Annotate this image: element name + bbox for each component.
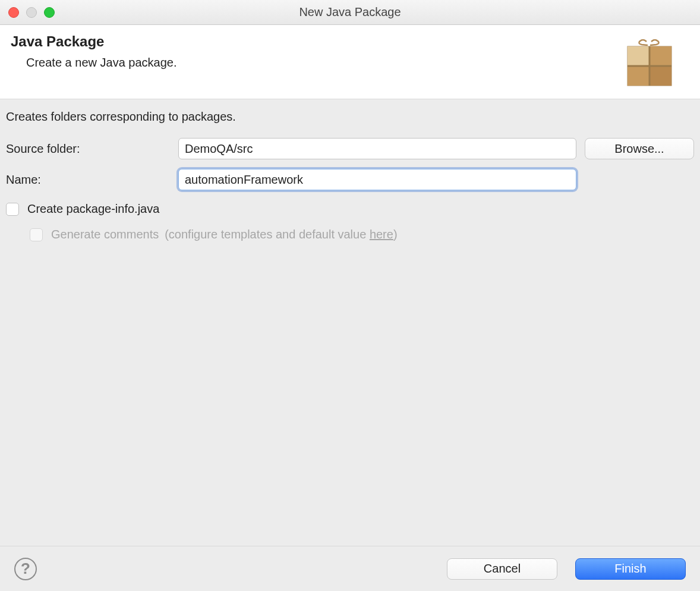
generate-comments-hint: (configure templates and default value h… — [165, 228, 397, 241]
create-pkg-info-checkbox[interactable] — [6, 203, 19, 216]
svg-rect-1 — [628, 46, 649, 66]
browse-button[interactable]: Browse... — [585, 138, 694, 159]
help-icon[interactable]: ? — [14, 558, 37, 580]
svg-rect-4 — [649, 66, 671, 86]
source-folder-row: Source folder: Browse... — [6, 138, 694, 159]
package-icon — [625, 39, 674, 88]
dialog-content: Creates folders corresponding to package… — [0, 99, 700, 254]
source-folder-label: Source folder: — [6, 142, 178, 156]
dialog-footer: ? Cancel Finish — [0, 546, 700, 591]
source-folder-input[interactable] — [178, 138, 576, 159]
maximize-window-button[interactable] — [44, 7, 55, 18]
configure-here-link[interactable]: here — [370, 228, 393, 241]
name-row: Name: — [6, 169, 694, 190]
header-title: Java Package — [11, 33, 177, 50]
header-subtitle: Create a new Java package. — [11, 56, 177, 70]
name-input[interactable] — [178, 169, 576, 190]
minimize-window-button — [26, 7, 37, 18]
window-title: New Java Package — [0, 5, 700, 19]
close-window-button[interactable] — [8, 7, 19, 18]
cancel-button[interactable]: Cancel — [447, 558, 557, 580]
create-pkg-info-row[interactable]: Create package-info.java — [6, 202, 694, 216]
svg-rect-3 — [628, 66, 649, 86]
traffic-lights — [8, 7, 55, 18]
name-label: Name: — [6, 173, 178, 187]
titlebar: New Java Package — [0, 0, 700, 25]
finish-button[interactable]: Finish — [575, 558, 686, 580]
dialog-header: Java Package Create a new Java package. — [0, 25, 700, 99]
create-pkg-info-label: Create package-info.java — [27, 202, 159, 216]
content-description: Creates folders corresponding to package… — [6, 110, 694, 124]
svg-rect-2 — [649, 46, 671, 66]
generate-comments-label: Generate comments — [51, 228, 159, 241]
generate-comments-row: Generate comments (configure templates a… — [30, 228, 694, 241]
generate-comments-checkbox — [30, 228, 43, 241]
